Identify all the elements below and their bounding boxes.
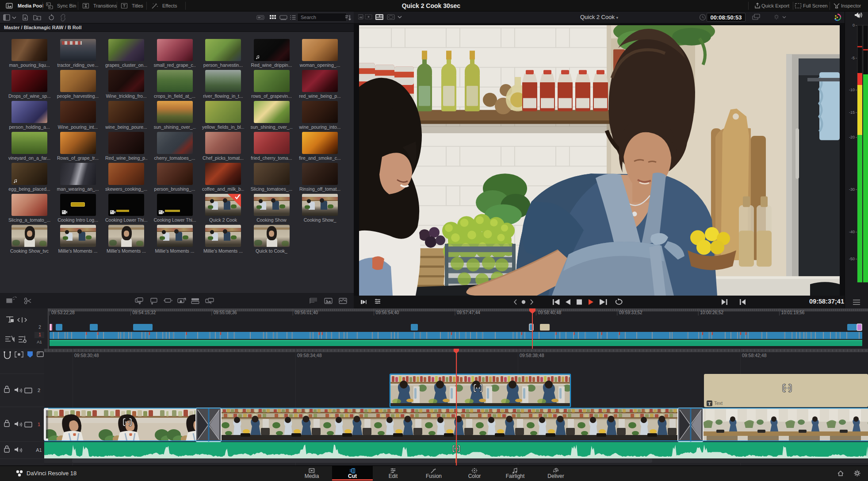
svg-text:-40: -40 [849, 230, 855, 234]
svg-text:Text: Text [714, 400, 723, 406]
svg-text:2: 2 [38, 325, 41, 330]
svg-text:09:58:40;48: 09:58:40;48 [538, 310, 561, 315]
svg-text:T: T [708, 401, 711, 406]
svg-text:10:00:26;52: 10:00:26;52 [700, 310, 723, 315]
svg-text:09:55:08;36: 09:55:08;36 [214, 310, 237, 315]
svg-text:09:53:22;28: 09:53:22;28 [51, 310, 75, 315]
svg-text:09:56:01;40: 09:56:01;40 [294, 310, 318, 315]
svg-text:1: 1 [38, 332, 41, 337]
svg-text:09:56:54;40: 09:56:54;40 [376, 310, 399, 315]
svg-text:-50: -50 [849, 257, 855, 261]
svg-text:09:59:33;52: 09:59:33;52 [619, 310, 642, 315]
svg-text:-15: -15 [849, 110, 855, 115]
svg-text:-30: -30 [849, 187, 855, 192]
svg-text:10:01:19;56: 10:01:19;56 [781, 310, 805, 315]
svg-text:-5: -5 [851, 56, 855, 60]
svg-text:-20: -20 [849, 135, 855, 139]
svg-text:09:57:47;44: 09:57:47;44 [457, 310, 480, 315]
svg-text:09:54:15;32: 09:54:15;32 [132, 310, 156, 315]
svg-text:0: 0 [853, 23, 855, 27]
svg-text:-10: -10 [849, 88, 855, 92]
svg-text:A1: A1 [37, 339, 42, 344]
